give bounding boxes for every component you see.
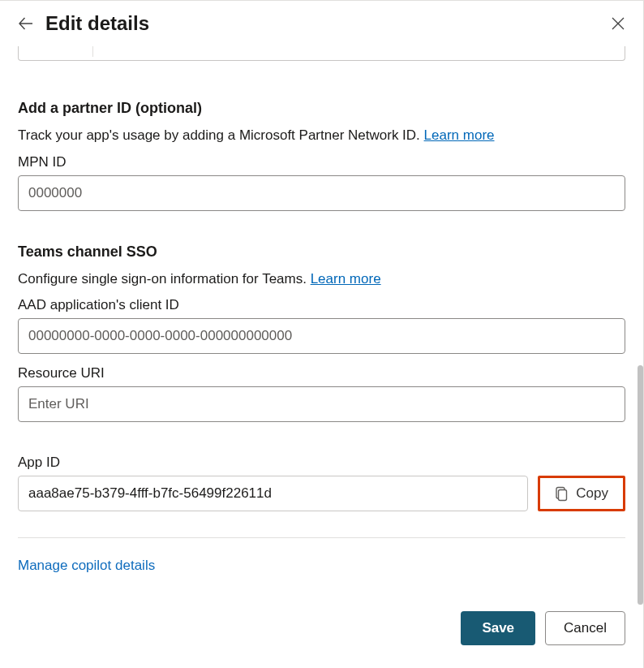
resource-uri-input[interactable] <box>18 386 625 422</box>
app-id-value: aaa8ae75-b379-4fff-b7fc-56499f22611d <box>18 476 528 511</box>
scrollbar-thumb[interactable] <box>638 365 643 605</box>
teams-sso-section: Teams channel SSO Configure single sign-… <box>18 243 625 423</box>
partner-id-section: Add a partner ID (optional) Track your a… <box>18 100 625 211</box>
sso-description: Configure single sign-on information for… <box>18 269 625 290</box>
app-id-label: App ID <box>18 455 625 471</box>
mpn-id-label: MPN ID <box>18 154 625 170</box>
copy-button[interactable]: Copy <box>538 476 625 511</box>
mpn-id-input[interactable] <box>18 175 625 211</box>
partner-learn-more-link[interactable]: Learn more <box>424 127 495 143</box>
cancel-button[interactable]: Cancel <box>545 611 625 645</box>
svg-rect-0 <box>559 489 567 500</box>
sso-heading: Teams channel SSO <box>18 243 625 261</box>
panel-content: Add a partner ID (optional) Track your a… <box>0 46 643 597</box>
copy-button-label: Copy <box>576 485 608 502</box>
aad-client-id-input[interactable] <box>18 318 625 354</box>
back-arrow-icon[interactable] <box>18 15 34 32</box>
close-icon[interactable] <box>611 16 625 31</box>
panel-title: Edit details <box>45 12 599 35</box>
resource-uri-label: Resource URI <box>18 365 625 381</box>
cutoff-previous-field <box>18 46 625 61</box>
aad-client-id-label: AAD application's client ID <box>18 297 625 313</box>
partner-id-heading: Add a partner ID (optional) <box>18 100 625 117</box>
app-id-section: App ID aaa8ae75-b379-4fff-b7fc-56499f226… <box>18 455 625 511</box>
partner-id-description: Track your app's usage by adding a Micro… <box>18 125 625 146</box>
divider <box>18 537 625 538</box>
copy-icon <box>555 486 569 502</box>
panel-footer: Save Cancel <box>0 597 643 668</box>
sso-learn-more-link[interactable]: Learn more <box>311 271 381 287</box>
panel-header: Edit details <box>0 1 643 46</box>
manage-copilot-details-link[interactable]: Manage copilot details <box>18 558 155 574</box>
save-button[interactable]: Save <box>461 611 535 645</box>
